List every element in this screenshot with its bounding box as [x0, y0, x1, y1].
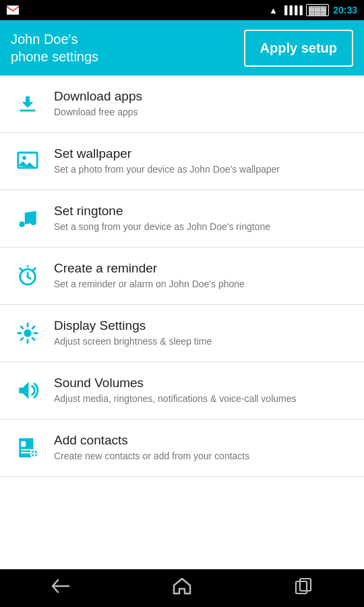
menu-text-download-apps: Download apps Download free apps: [54, 89, 353, 119]
menu-subtitle-download-apps: Download free apps: [54, 106, 353, 119]
brightness-icon: [11, 322, 44, 345]
battery-icon: ▓▓▓: [306, 4, 329, 16]
menu-item-sound-volumes[interactable]: Sound Volumes Adjust media, ringtones, n…: [0, 362, 364, 420]
menu-item-add-contacts[interactable]: Add contacts Create new contacts or add …: [0, 420, 364, 477]
menu-subtitle-sound-volumes: Adjust media, ringtones, notifications &…: [54, 393, 353, 406]
volume-icon: [11, 379, 44, 402]
menu-subtitle-set-ringtone: Set a song from your device as John Doe'…: [54, 221, 353, 234]
header: John Doe'sphone settings Apply setup: [0, 20, 364, 76]
menu-subtitle-add-contacts: Create new contacts or add from your con…: [54, 450, 353, 463]
menu-item-display-settings[interactable]: Display Settings Adjust screen brightnes…: [0, 305, 364, 362]
menu-item-download-apps[interactable]: Download apps Download free apps: [0, 76, 364, 133]
svg-line-16: [32, 326, 34, 328]
svg-line-15: [21, 338, 23, 340]
recent-apps-button[interactable]: [280, 572, 326, 604]
menu-subtitle-create-reminder: Set a reminder or alarm on John Doe's ph…: [54, 278, 353, 291]
menu-title-create-reminder: Create a reminder: [54, 261, 353, 276]
bottom-nav: [0, 569, 364, 607]
svg-line-13: [21, 326, 23, 328]
music-icon: [11, 207, 44, 230]
status-time: 20:33: [333, 5, 357, 16]
gmail-icon: [7, 5, 19, 15]
menu-text-display-settings: Display Settings Adjust screen brightnes…: [54, 318, 353, 349]
home-button[interactable]: [159, 572, 205, 604]
menu-title-set-ringtone: Set ringtone: [54, 204, 353, 219]
wallpaper-icon: [11, 150, 44, 173]
menu-title-display-settings: Display Settings: [54, 318, 353, 333]
header-title: John Doe'sphone settings: [11, 30, 98, 65]
menu-list: Download apps Download free apps Set wal…: [0, 76, 364, 569]
status-bar: ▲ ▐▐▐▐ ▓▓▓ 20:33: [0, 0, 364, 20]
contacts-icon: [11, 436, 44, 459]
menu-text-set-ringtone: Set ringtone Set a song from your device…: [54, 204, 353, 234]
svg-point-4: [19, 221, 25, 227]
svg-rect-1: [20, 110, 36, 112]
svg-rect-26: [300, 579, 311, 591]
menu-item-set-wallpaper[interactable]: Set wallpaper Set a photo from your devi…: [0, 133, 364, 190]
svg-line-14: [32, 338, 34, 340]
menu-text-create-reminder: Create a reminder Set a reminder or alar…: [54, 261, 353, 291]
menu-subtitle-display-settings: Adjust screen brightness & sleep time: [54, 335, 353, 349]
menu-subtitle-set-wallpaper: Set a photo from your device as John Doe…: [54, 163, 353, 177]
apply-setup-button[interactable]: Apply setup: [244, 30, 353, 67]
menu-title-download-apps: Download apps: [54, 89, 353, 104]
alarm-icon: [11, 264, 44, 287]
svg-marker-17: [19, 382, 28, 399]
menu-title-sound-volumes: Sound Volumes: [54, 376, 353, 391]
svg-point-3: [22, 156, 26, 160]
svg-rect-19: [21, 441, 26, 447]
menu-title-add-contacts: Add contacts: [54, 433, 353, 448]
svg-point-8: [24, 329, 31, 337]
menu-text-sound-volumes: Sound Volumes Adjust media, ringtones, n…: [54, 376, 353, 406]
menu-text-set-wallpaper: Set wallpaper Set a photo from your devi…: [54, 146, 353, 177]
status-right: ▲ ▐▐▐▐ ▓▓▓ 20:33: [269, 4, 357, 16]
menu-title-set-wallpaper: Set wallpaper: [54, 146, 353, 161]
menu-item-set-ringtone[interactable]: Set ringtone Set a song from your device…: [0, 190, 364, 248]
back-button[interactable]: [38, 573, 84, 603]
wifi-icon: ▲: [269, 5, 278, 16]
svg-point-5: [30, 219, 36, 225]
menu-item-create-reminder[interactable]: Create a reminder Set a reminder or alar…: [0, 248, 364, 305]
status-left: [7, 5, 19, 15]
signal-icon: ▐▐▐▐: [282, 5, 302, 15]
svg-rect-25: [296, 581, 307, 594]
menu-text-add-contacts: Add contacts Create new contacts or add …: [54, 433, 353, 463]
download-icon: [11, 92, 44, 115]
